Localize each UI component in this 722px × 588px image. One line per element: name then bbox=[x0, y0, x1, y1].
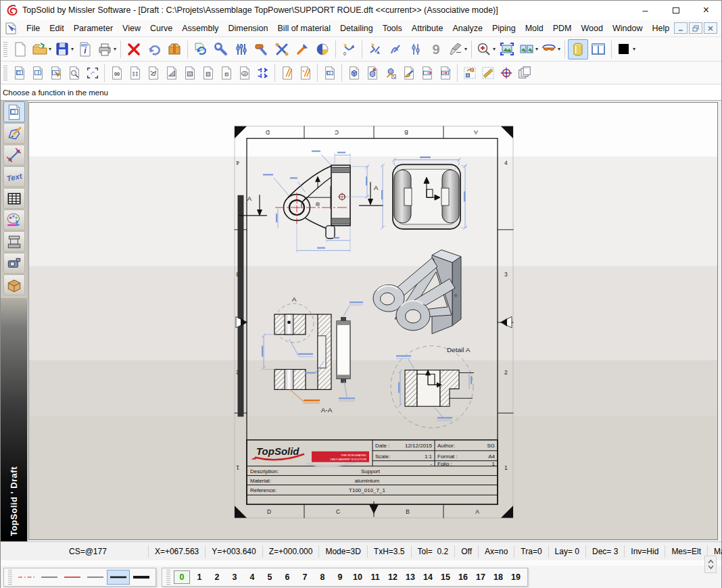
dropdown-arrow-icon[interactable]: ▾ bbox=[493, 46, 496, 52]
dropdown-arrow-icon[interactable]: ▾ bbox=[535, 46, 538, 52]
page-ellipse-hatch-button[interactable] bbox=[235, 64, 254, 82]
view-cursor-button[interactable] bbox=[47, 64, 65, 82]
pen-slashes-button[interactable] bbox=[278, 64, 296, 82]
save-button[interactable]: ▾ bbox=[53, 39, 75, 59]
layer-4-button[interactable]: 4 bbox=[243, 572, 261, 582]
element-sliders-button[interactable] bbox=[231, 39, 251, 59]
layer-11-button[interactable]: 11 bbox=[366, 572, 384, 582]
build-hammer-button[interactable] bbox=[251, 39, 272, 59]
document-info-button[interactable]: i bbox=[75, 39, 95, 59]
visual-glasses-button[interactable]: ▾ bbox=[539, 39, 562, 59]
dropdown-arrow-icon[interactable]: ▾ bbox=[49, 46, 51, 52]
maximize-button[interactable] bbox=[660, 1, 691, 20]
dimension-arrow-button[interactable] bbox=[3, 145, 25, 166]
line-style-black-thin-short-button[interactable] bbox=[38, 570, 61, 585]
layer-15-button[interactable]: 15 bbox=[437, 572, 454, 582]
menu-item-parameter[interactable]: Parameter bbox=[69, 21, 118, 36]
modify-wrench-button[interactable] bbox=[211, 39, 231, 59]
layer-6-button[interactable]: 6 bbox=[279, 572, 296, 582]
status-field[interactable]: Tol= 0.2 bbox=[411, 545, 455, 558]
sketch-pencil-button[interactable] bbox=[3, 123, 25, 144]
print-button[interactable]: ▾ bbox=[95, 39, 118, 59]
line-style-black-thin-button[interactable] bbox=[84, 570, 107, 585]
menu-item-edit[interactable]: Edit bbox=[45, 21, 69, 36]
dropdown-arrow-icon[interactable]: ▾ bbox=[633, 46, 635, 52]
split-arrows-button[interactable]: 0 bbox=[339, 39, 359, 59]
swap-dashed-gold-button[interactable] bbox=[479, 64, 497, 82]
menu-item-pdm[interactable]: PDM bbox=[548, 21, 577, 36]
menu-item-help[interactable]: Help bbox=[647, 21, 674, 36]
status-field[interactable]: Inv=Hid bbox=[624, 545, 665, 558]
page-hatch-xs-button[interactable] bbox=[217, 64, 235, 82]
mdi-restore-button[interactable] bbox=[689, 22, 702, 34]
draft-sheet[interactable]: D C B A D C B A 4 3 2 1 4 3 2 bbox=[29, 103, 717, 539]
menu-item-tools[interactable]: Tools bbox=[378, 21, 407, 36]
table-tool-button[interactable] bbox=[3, 188, 25, 209]
status-field[interactable]: Ax=no bbox=[478, 545, 514, 558]
cube-page-button[interactable] bbox=[345, 64, 363, 82]
open-folder-button[interactable]: ▾ bbox=[30, 39, 53, 59]
dropdown-arrow-icon[interactable]: ▾ bbox=[114, 46, 116, 52]
menu-item-wood[interactable]: Wood bbox=[577, 21, 608, 36]
multi-view-button[interactable]: ▾ bbox=[517, 39, 539, 59]
camera-machine-button[interactable] bbox=[3, 253, 25, 274]
layer-1-button[interactable]: 1 bbox=[191, 572, 208, 582]
layer-8-button[interactable]: 8 bbox=[314, 572, 331, 582]
fit-view-button[interactable] bbox=[497, 39, 517, 59]
status-field[interactable]: X=+067.563 bbox=[148, 545, 205, 558]
menu-item-file[interactable]: File bbox=[22, 21, 45, 36]
status-field[interactable]: TxH=3.5 bbox=[367, 545, 411, 558]
layer-5-button[interactable]: 5 bbox=[261, 572, 279, 582]
menu-item-bill-of-material[interactable]: Bill of material bbox=[273, 21, 336, 36]
page-foldarrow-button[interactable] bbox=[144, 64, 162, 82]
attributes-palette-button[interactable] bbox=[3, 210, 25, 230]
status-field[interactable]: Mode=3D bbox=[318, 545, 366, 558]
dropdown-arrow-icon[interactable]: ▾ bbox=[558, 46, 560, 52]
undo-button[interactable] bbox=[144, 39, 164, 59]
redirect-arrows-button[interactable] bbox=[365, 39, 385, 59]
menu-item-attribute[interactable]: Attribute bbox=[407, 21, 448, 36]
layer-10-button[interactable]: 10 bbox=[349, 572, 366, 582]
layer-19-button[interactable]: 19 bbox=[507, 572, 525, 582]
status-field[interactable]: Dec= 3 bbox=[585, 545, 624, 558]
status-field[interactable]: Y=+003.640 bbox=[205, 545, 262, 558]
status-field[interactable]: Tra=0 bbox=[514, 545, 548, 558]
pen-slashes2-button[interactable] bbox=[296, 64, 314, 82]
new-document-button[interactable] bbox=[10, 39, 30, 59]
crop-corners-button[interactable] bbox=[83, 64, 101, 82]
hook-gray-button[interactable]: 9 bbox=[426, 39, 446, 59]
view-zoom-button[interactable] bbox=[65, 64, 83, 82]
menu-item-curve[interactable]: Curve bbox=[145, 21, 177, 36]
view-copy-button[interactable] bbox=[418, 64, 436, 82]
target-crosshair-button[interactable] bbox=[497, 64, 515, 82]
status-field[interactable]: Lay= 0 bbox=[548, 545, 585, 558]
layer-7-button[interactable]: 7 bbox=[296, 572, 314, 582]
view-frame2-button[interactable] bbox=[28, 64, 47, 82]
page-digits-button[interactable]: 00 bbox=[107, 64, 126, 82]
zoom-plus-button[interactable]: ▾ bbox=[475, 39, 497, 59]
wood-box-button[interactable] bbox=[3, 274, 25, 295]
status-field[interactable]: Mes=Elt bbox=[665, 545, 707, 558]
line-style-red-dash-dot-button[interactable] bbox=[15, 570, 38, 585]
close-button[interactable]: × bbox=[691, 1, 721, 20]
flip-dashed-button[interactable] bbox=[254, 64, 272, 82]
swap-dashed-orange-button[interactable] bbox=[460, 64, 479, 82]
scroll-spinner[interactable] bbox=[704, 556, 717, 573]
sliders-pair-button[interactable] bbox=[406, 39, 426, 59]
brush-page-button[interactable] bbox=[400, 64, 418, 82]
menu-item-window[interactable]: Window bbox=[608, 21, 647, 36]
menu-item-analyze[interactable]: Analyze bbox=[448, 21, 487, 36]
page-hatch-lg-button[interactable] bbox=[162, 64, 180, 82]
menu-item-detailing[interactable]: Detailing bbox=[335, 21, 378, 36]
layer-18-button[interactable]: 18 bbox=[489, 572, 507, 582]
menu-item-assembly[interactable]: Assembly bbox=[177, 21, 223, 36]
chevron-up-icon[interactable] bbox=[708, 559, 714, 564]
window-split-button[interactable] bbox=[588, 39, 608, 59]
pen-settings-button[interactable]: ▾ bbox=[446, 39, 468, 59]
layer-16-button[interactable]: 16 bbox=[454, 572, 472, 582]
layer-0-button[interactable]: 0 bbox=[174, 570, 190, 584]
cube-arrow-button[interactable] bbox=[381, 64, 400, 82]
layer-17-button[interactable]: 17 bbox=[472, 572, 489, 582]
line-style-black-thick-button[interactable] bbox=[130, 570, 153, 585]
fasteners-button[interactable] bbox=[272, 39, 292, 59]
